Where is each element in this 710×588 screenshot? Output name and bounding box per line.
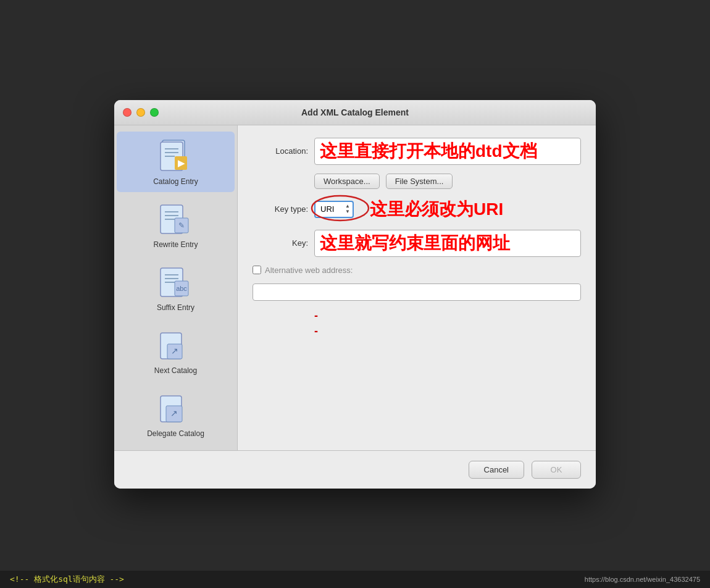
alt-checkbox-wrapper: Alternative web address: — [253, 266, 353, 275]
delegate-catalog-icon: ↗ — [157, 390, 194, 427]
sidebar-label-next-catalog: Next Catalog — [154, 366, 197, 375]
sidebar: ▶ Catalog Entry ✎ Rewrite Entry — [114, 125, 238, 450]
annotation-dash-1: - — [314, 309, 318, 322]
title-bar: Add XML Catalog Element — [114, 100, 596, 125]
alt-row: Alternative web address: — [253, 266, 581, 275]
dialog-footer: Cancel OK — [114, 450, 596, 489]
key-annotation: 这里就写约束里面的网址 — [314, 230, 581, 257]
rewrite-entry-icon: ✎ — [157, 201, 194, 238]
cancel-button[interactable]: Cancel — [469, 461, 524, 479]
svg-text:▶: ▶ — [177, 158, 185, 168]
key-type-row: Key type: URI Public System ▲ ▼ — [253, 198, 581, 221]
alt-checkbox[interactable] — [253, 266, 261, 274]
status-url: https://blog.csdn.net/weixin_43632475 — [585, 576, 700, 583]
svg-text:abc: abc — [176, 285, 187, 292]
location-row: Location: 这里直接打开本地的dtd文档 — [253, 138, 581, 165]
annotation-dash-2: - — [314, 325, 318, 338]
sidebar-label-delegate-catalog: Delegate Catalog — [147, 429, 204, 438]
sidebar-label-rewrite-entry: Rewrite Entry — [153, 240, 198, 249]
key-type-select-wrapper: URI Public System ▲ ▼ — [314, 201, 354, 218]
status-bar: <!-- 格式化sql语句内容 --> https://blog.csdn.ne… — [0, 571, 710, 588]
keytype-select[interactable]: URI Public System — [314, 201, 354, 218]
alt-input-wrapper — [253, 284, 581, 301]
traffic-lights — [123, 108, 159, 117]
maximize-button[interactable] — [150, 108, 159, 117]
svg-text:✎: ✎ — [178, 221, 185, 230]
suffix-entry-icon: abc — [157, 264, 194, 301]
sidebar-item-delegate-catalog[interactable]: ↗ Delegate Catalog — [117, 384, 235, 444]
main-content: Location: 这里直接打开本地的dtd文档 Workspace... Fi… — [238, 125, 596, 450]
ok-button[interactable]: OK — [532, 461, 581, 479]
sidebar-label-catalog-entry: Catalog Entry — [153, 177, 198, 186]
button-row: Workspace... File System... — [314, 174, 581, 189]
catalog-entry-icon: ▶ — [157, 138, 194, 175]
dialog-title: Add XML Catalog Element — [301, 107, 409, 117]
key-row: Key: 这里就写约束里面的网址 — [253, 230, 581, 257]
svg-text:↗: ↗ — [170, 408, 178, 418]
dialog-body: ▶ Catalog Entry ✎ Rewrite Entry — [114, 125, 596, 450]
sidebar-item-suffix-entry[interactable]: abc Suffix Entry — [117, 258, 235, 318]
sidebar-label-suffix-entry: Suffix Entry — [157, 303, 194, 312]
location-label: Location: — [253, 146, 308, 156]
keytype-label: Key type: — [253, 204, 308, 214]
dialog-window: Add XML Catalog Element ▶ Catalog Entry — [114, 100, 596, 489]
close-button[interactable] — [123, 108, 132, 117]
annotation-marks: - - — [314, 309, 581, 338]
alt-address-label: Alternative web address: — [265, 266, 353, 275]
status-text: <!-- 格式化sql语句内容 --> — [10, 574, 124, 585]
sidebar-item-catalog-entry[interactable]: ▶ Catalog Entry — [117, 132, 235, 192]
key-label: Key: — [253, 238, 308, 248]
sidebar-item-next-catalog[interactable]: ↗ Next Catalog — [117, 321, 235, 381]
keytype-annotation: 这里必须改为URI — [370, 198, 503, 221]
alt-address-input[interactable] — [253, 284, 581, 301]
minimize-button[interactable] — [136, 108, 145, 117]
location-annotation: 这里直接打开本地的dtd文档 — [314, 138, 581, 165]
sidebar-item-rewrite-entry[interactable]: ✎ Rewrite Entry — [117, 195, 235, 255]
svg-text:↗: ↗ — [171, 346, 178, 356]
filesystem-button[interactable]: File System... — [386, 174, 453, 189]
next-catalog-icon: ↗ — [157, 327, 194, 364]
workspace-button[interactable]: Workspace... — [314, 174, 380, 189]
